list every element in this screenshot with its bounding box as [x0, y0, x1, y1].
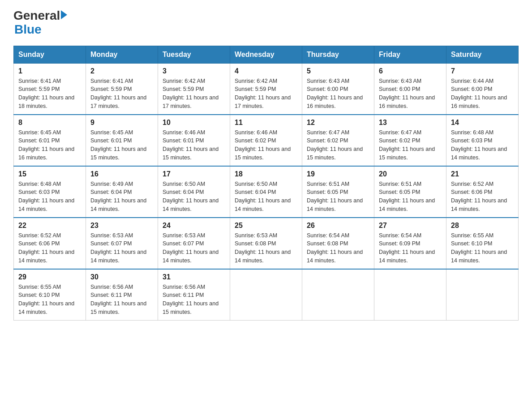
day-number: 20 — [379, 170, 442, 178]
day-info: Sunrise: 6:46 AMSunset: 6:02 PMDaylight:… — [235, 128, 297, 162]
day-info: Sunrise: 6:56 AMSunset: 6:11 PMDaylight:… — [90, 283, 153, 317]
header-tuesday: Tuesday — [158, 46, 230, 63]
day-info: Sunrise: 6:42 AMSunset: 5:59 PMDaylight:… — [235, 77, 297, 111]
day-number: 2 — [90, 67, 153, 75]
day-number: 15 — [18, 170, 81, 178]
calendar-cell: 7Sunrise: 6:44 AMSunset: 6:00 PMDaylight… — [446, 63, 519, 115]
day-info: Sunrise: 6:54 AMSunset: 6:08 PMDaylight:… — [307, 231, 369, 265]
calendar-header-row: SundayMondayTuesdayWednesdayThursdayFrid… — [14, 46, 519, 63]
calendar-cell: 3Sunrise: 6:42 AMSunset: 5:59 PMDaylight… — [158, 63, 230, 115]
day-info: Sunrise: 6:55 AMSunset: 6:10 PMDaylight:… — [451, 231, 514, 265]
header-monday: Monday — [86, 46, 158, 63]
day-number: 30 — [90, 273, 153, 281]
day-number: 27 — [379, 222, 442, 230]
calendar-cell: 31Sunrise: 6:56 AMSunset: 6:11 PMDayligh… — [158, 269, 230, 321]
calendar-cell: 20Sunrise: 6:51 AMSunset: 6:05 PMDayligh… — [374, 166, 446, 218]
calendar-cell: 8Sunrise: 6:45 AMSunset: 6:01 PMDaylight… — [14, 115, 86, 166]
day-info: Sunrise: 6:54 AMSunset: 6:09 PMDaylight:… — [379, 231, 442, 265]
day-info: Sunrise: 6:41 AMSunset: 5:59 PMDaylight:… — [90, 77, 153, 111]
calendar-week-1: 1Sunrise: 6:41 AMSunset: 5:59 PMDaylight… — [14, 63, 519, 115]
logo-arrow-icon — [61, 10, 67, 19]
day-info: Sunrise: 6:50 AMSunset: 6:04 PMDaylight:… — [235, 180, 297, 214]
day-info: Sunrise: 6:52 AMSunset: 6:06 PMDaylight:… — [451, 180, 514, 214]
day-info: Sunrise: 6:43 AMSunset: 6:00 PMDaylight:… — [307, 77, 369, 111]
day-info: Sunrise: 6:42 AMSunset: 5:59 PMDaylight:… — [163, 77, 225, 111]
calendar-week-5: 29Sunrise: 6:55 AMSunset: 6:10 PMDayligh… — [14, 269, 519, 321]
calendar-week-3: 15Sunrise: 6:48 AMSunset: 6:03 PMDayligh… — [14, 166, 519, 218]
day-number: 31 — [163, 273, 225, 281]
day-info: Sunrise: 6:52 AMSunset: 6:06 PMDaylight:… — [18, 231, 81, 265]
day-number: 14 — [451, 119, 514, 127]
day-number: 26 — [307, 222, 369, 230]
calendar-cell: 9Sunrise: 6:45 AMSunset: 6:01 PMDaylight… — [86, 115, 158, 166]
day-number: 17 — [163, 170, 225, 178]
day-info: Sunrise: 6:53 AMSunset: 6:07 PMDaylight:… — [163, 231, 225, 265]
day-number: 24 — [163, 222, 225, 230]
day-info: Sunrise: 6:51 AMSunset: 6:05 PMDaylight:… — [307, 180, 369, 214]
calendar-cell: 1Sunrise: 6:41 AMSunset: 5:59 PMDaylight… — [14, 63, 86, 115]
header-thursday: Thursday — [302, 46, 374, 63]
header-friday: Friday — [374, 46, 446, 63]
calendar-cell — [302, 269, 374, 321]
day-number: 16 — [90, 170, 153, 178]
day-number: 1 — [18, 67, 81, 75]
day-number: 5 — [307, 67, 369, 75]
calendar-cell: 29Sunrise: 6:55 AMSunset: 6:10 PMDayligh… — [14, 269, 86, 321]
day-info: Sunrise: 6:43 AMSunset: 6:00 PMDaylight:… — [379, 77, 442, 111]
calendar-cell: 4Sunrise: 6:42 AMSunset: 5:59 PMDaylight… — [230, 63, 302, 115]
day-info: Sunrise: 6:45 AMSunset: 6:01 PMDaylight:… — [90, 128, 153, 162]
calendar-cell — [374, 269, 446, 321]
calendar-body: 1Sunrise: 6:41 AMSunset: 5:59 PMDaylight… — [14, 63, 519, 320]
calendar-cell: 5Sunrise: 6:43 AMSunset: 6:00 PMDaylight… — [302, 63, 374, 115]
day-info: Sunrise: 6:45 AMSunset: 6:01 PMDaylight:… — [18, 128, 81, 162]
header-saturday: Saturday — [446, 46, 519, 63]
calendar-week-2: 8Sunrise: 6:45 AMSunset: 6:01 PMDaylight… — [14, 115, 519, 166]
day-info: Sunrise: 6:41 AMSunset: 5:59 PMDaylight:… — [18, 77, 81, 111]
day-info: Sunrise: 6:53 AMSunset: 6:07 PMDaylight:… — [90, 231, 153, 265]
calendar-cell: 23Sunrise: 6:53 AMSunset: 6:07 PMDayligh… — [86, 218, 158, 269]
calendar-cell: 14Sunrise: 6:48 AMSunset: 6:03 PMDayligh… — [446, 115, 519, 166]
calendar-cell: 19Sunrise: 6:51 AMSunset: 6:05 PMDayligh… — [302, 166, 374, 218]
calendar-cell: 18Sunrise: 6:50 AMSunset: 6:04 PMDayligh… — [230, 166, 302, 218]
page-header: General Blue — [13, 9, 519, 37]
calendar-cell: 11Sunrise: 6:46 AMSunset: 6:02 PMDayligh… — [230, 115, 302, 166]
calendar-cell: 17Sunrise: 6:50 AMSunset: 6:04 PMDayligh… — [158, 166, 230, 218]
calendar-cell: 27Sunrise: 6:54 AMSunset: 6:09 PMDayligh… — [374, 218, 446, 269]
day-number: 11 — [235, 119, 297, 127]
logo: General Blue — [13, 9, 67, 37]
calendar-cell: 6Sunrise: 6:43 AMSunset: 6:00 PMDaylight… — [374, 63, 446, 115]
calendar-cell: 24Sunrise: 6:53 AMSunset: 6:07 PMDayligh… — [158, 218, 230, 269]
calendar-week-4: 22Sunrise: 6:52 AMSunset: 6:06 PMDayligh… — [14, 218, 519, 269]
calendar-cell: 21Sunrise: 6:52 AMSunset: 6:06 PMDayligh… — [446, 166, 519, 218]
day-number: 19 — [307, 170, 369, 178]
calendar-cell: 10Sunrise: 6:46 AMSunset: 6:01 PMDayligh… — [158, 115, 230, 166]
day-info: Sunrise: 6:47 AMSunset: 6:02 PMDaylight:… — [307, 128, 369, 162]
day-number: 6 — [379, 67, 442, 75]
calendar-cell: 30Sunrise: 6:56 AMSunset: 6:11 PMDayligh… — [86, 269, 158, 321]
calendar-cell: 2Sunrise: 6:41 AMSunset: 5:59 PMDaylight… — [86, 63, 158, 115]
day-number: 9 — [90, 119, 153, 127]
day-info: Sunrise: 6:55 AMSunset: 6:10 PMDaylight:… — [18, 283, 81, 317]
calendar-cell — [230, 269, 302, 321]
day-info: Sunrise: 6:44 AMSunset: 6:00 PMDaylight:… — [451, 77, 514, 111]
day-info: Sunrise: 6:47 AMSunset: 6:02 PMDaylight:… — [379, 128, 442, 162]
calendar-cell: 22Sunrise: 6:52 AMSunset: 6:06 PMDayligh… — [14, 218, 86, 269]
calendar-cell: 13Sunrise: 6:47 AMSunset: 6:02 PMDayligh… — [374, 115, 446, 166]
day-number: 29 — [18, 273, 81, 281]
day-number: 22 — [18, 222, 81, 230]
calendar-cell: 15Sunrise: 6:48 AMSunset: 6:03 PMDayligh… — [14, 166, 86, 218]
calendar-table: SundayMondayTuesdayWednesdayThursdayFrid… — [13, 46, 519, 321]
header-sunday: Sunday — [14, 46, 86, 63]
day-number: 28 — [451, 222, 514, 230]
day-info: Sunrise: 6:56 AMSunset: 6:11 PMDaylight:… — [163, 283, 225, 317]
day-info: Sunrise: 6:46 AMSunset: 6:01 PMDaylight:… — [163, 128, 225, 162]
day-number: 3 — [163, 67, 225, 75]
calendar-cell: 28Sunrise: 6:55 AMSunset: 6:10 PMDayligh… — [446, 218, 519, 269]
calendar-cell: 12Sunrise: 6:47 AMSunset: 6:02 PMDayligh… — [302, 115, 374, 166]
day-info: Sunrise: 6:50 AMSunset: 6:04 PMDaylight:… — [163, 180, 225, 214]
day-number: 13 — [379, 119, 442, 127]
day-number: 8 — [18, 119, 81, 127]
day-number: 21 — [451, 170, 514, 178]
calendar-cell: 25Sunrise: 6:53 AMSunset: 6:08 PMDayligh… — [230, 218, 302, 269]
day-number: 23 — [90, 222, 153, 230]
